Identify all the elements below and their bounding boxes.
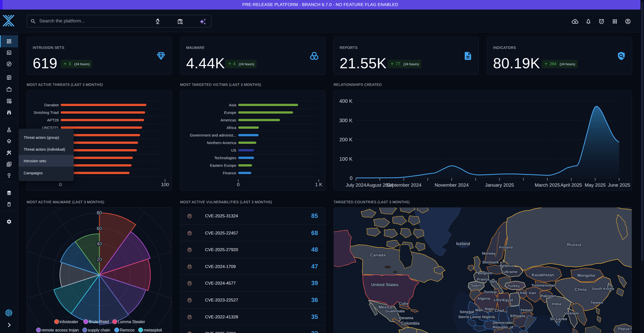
svg-text:80: 80 [97, 210, 102, 215]
svg-text:Mali: Mali [475, 308, 482, 312]
svg-text:Belgium: Belgium [477, 271, 492, 275]
svg-text:China: China [575, 287, 587, 292]
svg-text:September 2024: September 2024 [386, 182, 422, 188]
svg-text:Cuba: Cuba [399, 301, 408, 306]
svg-text:infostealer: infostealer [60, 320, 78, 324]
svg-text:Vietnam: Vietnam [564, 311, 579, 315]
svg-text:Ethiopia: Ethiopia [510, 314, 525, 318]
svg-text:Yemen: Yemen [520, 308, 533, 312]
svg-text:Turkmenistan: Turkmenistan [531, 283, 556, 287]
svg-text:400 K: 400 K [339, 98, 353, 104]
svg-text:Iraq: Iraq [520, 290, 527, 295]
svg-text:100: 100 [161, 182, 169, 187]
svg-text:June 2025: June 2025 [608, 182, 630, 188]
svg-text:Nigeria: Nigeria [482, 315, 495, 319]
svg-text:May 2025: May 2025 [585, 182, 606, 188]
svg-text:remote access trojan: remote access trojan [42, 328, 79, 332]
svg-text:Algeria: Algeria [477, 296, 491, 301]
svg-text:Tunisia: Tunisia [484, 290, 497, 294]
svg-text:Russia: Russia [567, 242, 581, 247]
svg-text:July 2024: July 2024 [346, 182, 366, 188]
svg-text:April 2025: April 2025 [560, 182, 582, 188]
svg-text:Lumma Stealer: Lumma Stealer [118, 320, 145, 324]
svg-text:Belarus: Belarus [500, 263, 513, 268]
svg-text:Democratic: Democratic [493, 320, 513, 325]
svg-text:Turkey: Turkey [508, 284, 520, 288]
svg-text:1 K: 1 K [315, 182, 323, 187]
svg-text:November 2024: November 2024 [435, 182, 469, 188]
svg-text:Asia: Asia [229, 103, 236, 107]
svg-text:Sri Lanka: Sri Lanka [550, 317, 567, 321]
svg-text:Republic of: Republic of [493, 325, 513, 329]
svg-text:Iran: Iran [529, 291, 536, 295]
svg-text:Danabot: Danabot [44, 103, 59, 107]
svg-text:0: 0 [237, 182, 240, 187]
svg-text:APT28: APT28 [47, 118, 59, 122]
svg-text:Italy: Italy [490, 279, 497, 283]
svg-text:Libya: Libya [494, 297, 504, 302]
svg-text:Africa: Africa [227, 125, 236, 130]
svg-text:South Korea: South Korea [591, 286, 614, 291]
svg-text:0: 0 [59, 182, 62, 187]
svg-text:Brute Ratel: Brute Ratel [89, 320, 109, 324]
svg-text:Finance: Finance [223, 171, 236, 175]
svg-text:India: India [552, 302, 561, 306]
svg-text:Sierra Leone: Sierra Leone [458, 315, 481, 319]
svg-text:US: US [231, 148, 236, 152]
svg-text:Europe: Europe [224, 110, 236, 115]
svg-text:Colombia: Colombia [401, 321, 420, 325]
svg-text:200 K: 200 K [339, 137, 353, 142]
svg-text:January 2025: January 2025 [485, 182, 514, 188]
svg-text:Ukraine: Ukraine [503, 270, 517, 274]
svg-text:Niger: Niger [485, 307, 495, 311]
svg-text:Senegal: Senegal [460, 310, 474, 314]
svg-text:Technologies: Technologies [214, 156, 236, 160]
svg-text:March 2025: March 2025 [535, 182, 560, 188]
svg-text:Panama: Panama [399, 316, 413, 320]
svg-text:Remcos: Remcos [120, 328, 135, 332]
svg-text:Eastern Europe: Eastern Europe [210, 163, 236, 168]
svg-text:France: France [477, 277, 489, 281]
svg-text:Smishing Triad: Smishing Triad [34, 110, 59, 115]
svg-text:Americas: Americas [220, 118, 236, 122]
svg-text:40: 40 [97, 241, 102, 246]
svg-text:Chad: Chad [495, 308, 504, 313]
svg-text:Mongolia: Mongolia [577, 273, 595, 278]
svg-text:100 K: 100 K [339, 156, 353, 162]
svg-text:Taiwan: Taiwan [590, 300, 603, 305]
svg-text:Kazakhstan: Kazakhstan [532, 273, 554, 277]
svg-text:Canada: Canada [370, 253, 386, 257]
svg-text:300 K: 300 K [339, 118, 353, 123]
svg-text:Pakistan: Pakistan [541, 294, 556, 298]
svg-text:Government and administ...: Government and administ... [190, 133, 236, 137]
svg-text:Guatemala: Guatemala [385, 309, 405, 313]
svg-text:Denmark: Denmark [482, 260, 499, 264]
svg-text:Spain: Spain [471, 283, 481, 287]
svg-text:Iceland: Iceland [456, 242, 470, 246]
svg-text:0: 0 [350, 175, 352, 181]
svg-text:Egypt: Egypt [503, 298, 513, 302]
svg-text:Norway: Norway [482, 251, 496, 255]
svg-text:Papua New: Papua New [618, 326, 632, 331]
svg-text:60: 60 [97, 226, 102, 231]
svg-text:metasploit: metasploit [144, 328, 162, 332]
svg-text:Finland: Finland [499, 245, 512, 249]
svg-text:Northern America: Northern America [207, 141, 236, 145]
svg-text:supply chain: supply chain [88, 328, 110, 332]
svg-text:20: 20 [97, 257, 102, 262]
svg-text:United States: United States [371, 282, 399, 287]
